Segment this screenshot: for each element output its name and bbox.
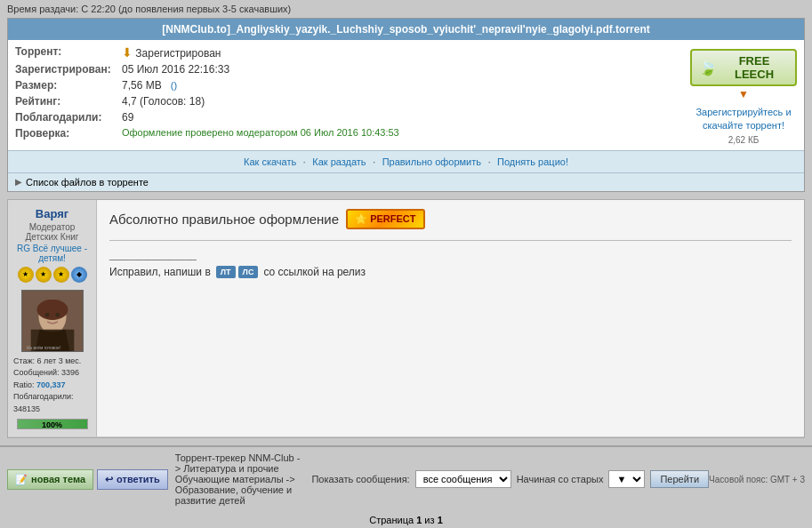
post-approve-line: Абсолютно правильное оформление ⭐ PERFEC… — [109, 209, 792, 229]
avatar-svg: На всём готовое! — [22, 290, 83, 352]
torrent-label: Торрент: — [15, 45, 122, 58]
user-ratio: Ratio: 700,337 — [13, 380, 91, 392]
registered-label: Зарегистрирован: — [15, 63, 122, 76]
down-arrow-icon: ▼ — [738, 88, 749, 100]
order-select[interactable]: ▼ — [608, 470, 645, 488]
size-label: Размер: — [15, 79, 122, 92]
torrent-info-left: Торрент: ⬇ Зарегистрирован Зарегистриров… — [15, 45, 690, 145]
register-cta-link[interactable]: Зарегистрируйтесь и скачайте торрент! — [690, 106, 797, 133]
torrent-block: [NNMClub.to]_Angliyskiy_yazyik._Luchshiy… — [7, 18, 805, 192]
progress-bar: 100% — [17, 419, 88, 429]
forum-actions: 📝 новая тема ↩ ответить — [7, 469, 168, 490]
page-nav-total: 1 — [438, 515, 443, 525]
how-download-link[interactable]: Как скачать — [244, 156, 296, 167]
pm-icon-lt[interactable]: ЛТ — [216, 266, 236, 278]
rating-row: Рейтинг: 4,7 (Голосов: 18) — [15, 95, 690, 108]
torrent-title: [NNMClub.to]_Angliyskiy_yazyik._Luchshiy… — [8, 19, 804, 40]
bottom-nav: 📝 новая тема ↩ ответить Торрент-трекер N… — [0, 445, 812, 511]
approve-medal: ⭐ PERFECT — [346, 209, 424, 229]
page-nav-current: 1 — [416, 515, 422, 525]
post-content: Абсолютно правильное оформление ⭐ PERFEC… — [97, 200, 804, 437]
new-topic-icon: 📝 — [15, 474, 28, 485]
user-badges: ★ ★ ★ ◆ — [18, 267, 87, 283]
user-thanks: Поблагодарили: 348135 — [13, 391, 91, 415]
size-link[interactable]: () — [171, 80, 177, 91]
user-panel: Варяг Модератор Детских Книг RG Всё лучш… — [8, 200, 97, 437]
user-stats: Стаж: 6 лет 3 мес. Сообщений: 3396 Ratio… — [13, 356, 91, 416]
thanks-value: 69 — [122, 111, 133, 124]
size-value: 7,56 MB () — [122, 79, 177, 92]
svg-text:На всём готовое!: На всём готовое! — [26, 346, 60, 350]
user-rg: RG Всё лучшее - детям! — [13, 244, 91, 263]
messages-select[interactable]: все сообщения — [415, 470, 511, 488]
files-row[interactable]: ▶ Список файлов в торренте — [8, 172, 804, 191]
reply-suffix: со ссылкой на релиз — [263, 266, 366, 278]
check-label: Проверка: — [15, 127, 122, 140]
user-role: Модератор Детских Книг — [13, 222, 91, 242]
torrent-row: Торрент: ⬇ Зарегистрирован — [15, 45, 690, 60]
torrent-links-row: Как скачать · Как раздать · Правильно оф… — [8, 150, 804, 172]
rating-value: 4,7 (Голосов: 18) — [122, 95, 205, 108]
size-row: Размер: 7,56 MB () — [15, 79, 690, 92]
free-leech-text: FREE LEECH — [720, 54, 788, 81]
how-format-link[interactable]: Правильно оформить — [382, 156, 481, 167]
reply-label: ответить — [117, 474, 160, 484]
time-bar-text: Время раздачи: С 22:20 (до появления пер… — [7, 4, 291, 14]
pm-icons: ЛТ ЛС — [216, 266, 259, 278]
files-row-label: Список файлов в торренте — [26, 177, 149, 188]
new-topic-label: новая тема — [31, 474, 85, 484]
register-size: 2,62 КБ — [728, 135, 760, 145]
go-button[interactable]: Перейти — [650, 470, 709, 488]
page-nav-prefix: Страница — [369, 515, 414, 525]
svg-point-6 — [55, 313, 60, 317]
reply-button[interactable]: ↩ ответить — [97, 469, 168, 490]
user-messages: Сообщений: 3396 — [13, 367, 91, 380]
progress-label: 100% — [18, 420, 87, 430]
new-topic-button[interactable]: 📝 новая тема — [7, 469, 93, 490]
check-value: Оформление проверено модератором 06 Июл … — [122, 127, 399, 138]
post-edit-note: ________________ — [109, 250, 792, 260]
avatar: На всём готовое! — [21, 290, 84, 352]
raise-ratio-link[interactable]: Поднять рацио! — [497, 156, 568, 167]
registered-row: Зарегистрирован: 05 Июл 2016 22:16:33 — [15, 63, 690, 76]
svg-point-5 — [44, 313, 49, 317]
torrent-icon: ⬇ — [122, 45, 133, 60]
page-nav-row: Страница 1 из 1 — [0, 511, 812, 528]
page-nav-of: из — [424, 515, 434, 525]
post-row: Варяг Модератор Детских Книг RG Всё лучш… — [8, 200, 804, 438]
post-divider — [109, 240, 792, 241]
reply-icon: ↩ — [105, 474, 113, 485]
thanks-label: Поблагодарили: — [15, 111, 122, 124]
approve-text: Абсолютно правильное оформление — [109, 212, 339, 227]
thanks-row: Поблагодарили: 69 — [15, 111, 690, 124]
show-messages-label: Показать сообщения: — [311, 474, 409, 484]
badge-icon-4: ◆ — [71, 267, 87, 283]
badge-icon-2: ★ — [36, 267, 52, 283]
pm-icon-ls[interactable]: ЛС — [238, 266, 259, 278]
rating-label: Рейтинг: — [15, 95, 122, 108]
time-bar: Время раздачи: С 22:20 (до появления пер… — [0, 0, 812, 18]
breadcrumb-text: Торрент-трекер NNM-Club -> Литература и … — [175, 452, 301, 506]
registered-value: 05 Июл 2016 22:16:33 — [122, 63, 229, 76]
post-reply-text: Исправил, напиши в ЛТ ЛС со ссылкой на р… — [109, 266, 792, 278]
timezone: Часовой пояс: GMT + 3 — [709, 475, 805, 484]
svg-point-3 — [36, 299, 68, 319]
username: Варяг — [36, 207, 68, 220]
main-content: Варяг Модератор Детских Книг RG Всё лучш… — [7, 199, 805, 439]
breadcrumb-row: Торрент-трекер NNM-Club -> Литература и … — [168, 452, 312, 506]
files-toggle-icon[interactable]: ▶ — [15, 177, 22, 187]
reply-prefix: Исправил, напиши в — [109, 266, 211, 278]
ratio-value: 700,337 — [36, 380, 66, 389]
badge-icon-3: ★ — [53, 267, 69, 283]
torrent-info-right: 🍃 FREE LEECH ▼ Зарегистрируйтесь и скача… — [690, 45, 797, 145]
how-share-link[interactable]: Как раздать — [312, 156, 366, 167]
check-row: Проверка: Оформление проверено модератор… — [15, 127, 690, 140]
free-leech-icon: 🍃 — [699, 60, 717, 76]
starting-from-label: Начиная со старых — [517, 474, 604, 484]
free-leech-badge: 🍃 FREE LEECH — [690, 49, 797, 86]
user-stazh: Стаж: 6 лет 3 мес. — [13, 356, 91, 368]
torrent-info-area: Торрент: ⬇ Зарегистрирован Зарегистриров… — [8, 40, 804, 150]
torrent-value: ⬇ Зарегистрирован — [122, 45, 221, 60]
badge-icon-1: ★ — [18, 267, 34, 283]
bottom-controls: Показать сообщения: все сообщения Начина… — [311, 470, 709, 488]
